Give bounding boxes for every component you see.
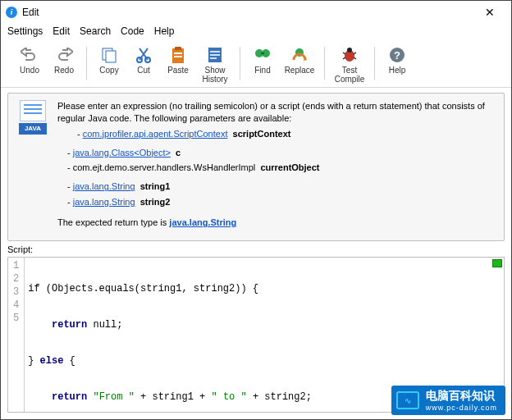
undo-icon (20, 45, 39, 65)
info-panel: JAVA Please enter an expression (no trai… (7, 93, 505, 241)
replace-label: Replace (285, 66, 315, 75)
test-compile-button[interactable]: Test Compile (330, 43, 369, 84)
svg-rect-7 (174, 56, 182, 57)
param-name: scriptContext (233, 129, 291, 139)
find-label: Find (254, 66, 270, 75)
window-title: Edit (22, 7, 473, 18)
menu-search[interactable]: Search (80, 25, 111, 37)
svg-rect-14 (261, 52, 264, 54)
copy-label: Copy (99, 66, 118, 75)
param-name: currentObject (260, 162, 319, 172)
return-type-pre: The expected return type is (57, 217, 169, 227)
menu-help[interactable]: Help (154, 25, 175, 37)
copy-icon (99, 45, 119, 65)
help-button[interactable]: ? Help (380, 43, 414, 75)
cut-icon (134, 45, 153, 65)
redo-icon (54, 45, 74, 65)
svg-rect-5 (175, 47, 181, 50)
svg-text:?: ? (394, 49, 400, 62)
param-name: c (176, 148, 181, 158)
param-type-link[interactable]: com.jprofiler.api.agent.ScriptContext (83, 129, 228, 139)
svg-rect-9 (210, 51, 220, 52)
param-type-link[interactable]: java.lang.String (73, 197, 135, 207)
menu-settings[interactable]: Settings (7, 25, 43, 37)
test-compile-label: Test Compile (335, 66, 365, 84)
bug-icon (340, 45, 359, 65)
script-label: Script: (1, 244, 511, 257)
toolbar: Undo Redo Copy Cut (1, 40, 511, 88)
undo-label: Undo (20, 66, 39, 75)
menu-code[interactable]: Code (121, 25, 144, 37)
redo-label: Redo (54, 66, 74, 75)
paste-icon (168, 45, 188, 65)
edit-window: i Edit ✕ Settings Edit Search Code Help … (0, 0, 512, 420)
svg-point-17 (347, 48, 352, 52)
show-history-button[interactable]: Show History (195, 43, 235, 84)
svg-rect-6 (174, 52, 182, 54)
param-type-link[interactable]: java.lang.Class<Object> (73, 148, 171, 158)
menu-edit[interactable]: Edit (53, 25, 70, 37)
script-editor[interactable]: 1 2 3 4 5 if (Objects.equals(string1, st… (7, 257, 505, 413)
copy-button[interactable]: Copy (92, 43, 126, 75)
info-text: Please enter an expression (no trailing … (57, 100, 496, 232)
cut-button[interactable]: Cut (126, 43, 161, 75)
undo-button[interactable]: Undo (12, 43, 47, 75)
redo-button[interactable]: Redo (47, 43, 81, 75)
paste-label: Paste (167, 66, 189, 75)
app-icon: i (6, 7, 17, 18)
param-name: string1 (140, 181, 171, 191)
code-area[interactable]: if (Objects.equals(string1, string2)) { … (25, 258, 504, 412)
svg-rect-11 (210, 57, 217, 59)
param-type: com.ejt.demo.server.handlers.WsHandlerIm… (73, 162, 256, 172)
titlebar: i Edit ✕ (1, 1, 511, 24)
menubar: Settings Edit Search Code Help (1, 24, 511, 40)
status-ok-marker (492, 259, 502, 267)
param-name: string2 (140, 197, 171, 207)
replace-button[interactable]: Replace (280, 43, 319, 75)
return-type-link[interactable]: java.lang.String (169, 217, 236, 227)
help-label: Help (389, 66, 406, 75)
param-type-link[interactable]: java.lang.String (73, 181, 135, 191)
paste-button[interactable]: Paste (161, 43, 195, 75)
info-lead: Please enter an expression (no trailing … (57, 100, 496, 125)
java-badge-icon: JAVA (16, 100, 49, 232)
history-icon (205, 45, 225, 65)
line-gutter: 1 2 3 4 5 (8, 258, 25, 412)
svg-rect-1 (106, 51, 116, 62)
history-label: Show History (202, 66, 227, 84)
find-icon (253, 45, 272, 65)
find-button[interactable]: Find (245, 43, 280, 75)
cut-label: Cut (137, 66, 150, 75)
svg-rect-10 (210, 54, 220, 56)
help-icon: ? (387, 45, 407, 65)
close-button[interactable]: ✕ (473, 6, 506, 19)
replace-icon (290, 45, 309, 65)
